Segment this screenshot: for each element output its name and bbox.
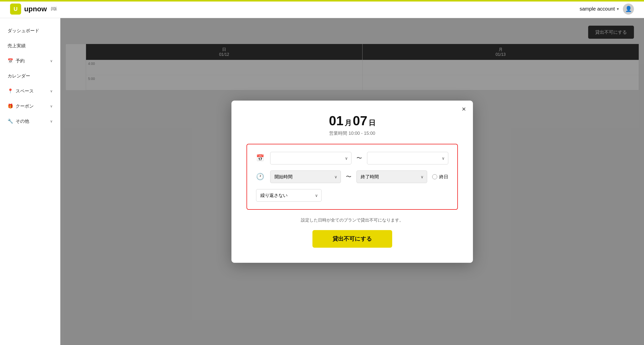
end-time-wrapper[interactable]: 終了時間: [356, 170, 427, 183]
date-to-wrapper[interactable]: [367, 152, 448, 164]
sidebar-label-other: その他: [16, 118, 29, 124]
sidebar-item-space[interactable]: 📍 スペース ∨: [0, 83, 60, 99]
sidebar-item-sales[interactable]: 売上実績: [0, 38, 60, 53]
modal-month-number: 01: [329, 113, 343, 128]
sidebar-label-space: スペース: [16, 88, 34, 94]
user-avatar-icon: 👤: [625, 6, 632, 12]
end-time-select[interactable]: 終了時間: [356, 170, 427, 183]
sidebar: ダッシュボード 売上実績 📅 予約 ∨ カレンダー 📍 スペース ∨ 🎁 クーポ…: [0, 18, 60, 345]
sidebar-item-other[interactable]: 🔧 その他 ∨: [0, 114, 60, 129]
sidebar-label-dashboard: ダッシュボード: [8, 28, 39, 34]
all-day-radio-group[interactable]: 終日: [432, 174, 448, 180]
sidebar-label-calendar: カレンダー: [8, 73, 30, 79]
topbar-logo-area: U upnow β版: [10, 4, 57, 15]
repeat-row: 繰り返さない: [256, 189, 448, 202]
clock-form-icon: 🕐: [256, 173, 265, 181]
start-time-wrapper[interactable]: 開始時間: [270, 170, 341, 183]
sidebar-label-sales: 売上実績: [8, 43, 26, 49]
modal-submit-button[interactable]: 貸出不可にする: [312, 230, 392, 248]
time-range-row: 🕐 開始時間 〜 終了時間 終日: [256, 170, 448, 183]
logo-text: upnow: [24, 5, 47, 13]
account-chevron-icon: ▾: [617, 7, 619, 11]
sidebar-item-dashboard[interactable]: ダッシュボード: [0, 23, 60, 38]
all-day-label: 終日: [439, 174, 448, 180]
sidebar-item-coupon[interactable]: 🎁 クーポン ∨: [0, 99, 60, 114]
coupon-icon: 🎁: [8, 103, 13, 109]
modal-day-number: 07: [353, 113, 367, 128]
space-chevron-icon: ∨: [50, 89, 53, 93]
account-menu[interactable]: sample account ▾: [580, 6, 619, 12]
account-name: sample account: [580, 6, 615, 12]
repeat-select[interactable]: 繰り返さない: [256, 189, 321, 202]
modal-notice-text: 設定した日時が全てのプランで貸出不可になります。: [247, 217, 458, 223]
sidebar-item-booking[interactable]: 📅 予約 ∨: [0, 53, 60, 68]
sidebar-label-coupon: クーポン: [16, 103, 34, 109]
modal-month-kanji: 月: [345, 119, 352, 127]
start-time-select[interactable]: 開始時間: [270, 170, 341, 183]
topbar-right: sample account ▾ 👤: [580, 4, 634, 15]
coupon-chevron-icon: ∨: [50, 104, 53, 108]
space-icon: 📍: [8, 88, 13, 94]
time-tilde-separator: 〜: [346, 173, 351, 181]
top-accent-bar: [0, 0, 644, 2]
logo-icon: U: [10, 4, 21, 15]
date-tilde-separator: 〜: [356, 154, 362, 162]
modal-day-kanji: 日: [369, 119, 376, 127]
modal-date-heading: 01 月 07 日: [247, 113, 458, 128]
sidebar-item-calendar[interactable]: カレンダー: [0, 68, 60, 83]
calendar-form-icon: 📅: [256, 154, 265, 162]
date-to-select[interactable]: [367, 152, 448, 164]
repeat-wrapper[interactable]: 繰り返さない: [256, 189, 321, 202]
date-range-row: 📅 〜: [256, 152, 448, 164]
topbar: U upnow β版 sample account ▾ 👤: [0, 0, 644, 18]
beta-badge: β版: [51, 6, 57, 12]
other-chevron-icon: ∨: [50, 119, 53, 123]
modal-business-hours: 営業時間 10:00 - 15:00: [247, 130, 458, 136]
modal-form-box: 📅 〜 🕐 開始時間: [247, 144, 458, 210]
modal-overlay: × 01 月 07 日 営業時間 10:00 - 15:00 📅 〜: [60, 18, 644, 345]
user-avatar: 👤: [623, 4, 634, 15]
modal-close-button[interactable]: ×: [462, 106, 466, 113]
booking-icon: 📅: [8, 58, 13, 64]
all-day-radio[interactable]: [432, 174, 437, 179]
date-from-wrapper[interactable]: [270, 152, 351, 164]
modal-dialog: × 01 月 07 日 営業時間 10:00 - 15:00 📅 〜: [231, 101, 473, 263]
sidebar-label-booking: 予約: [16, 58, 25, 64]
booking-chevron-icon: ∨: [50, 59, 53, 63]
date-from-select[interactable]: [270, 152, 351, 164]
other-icon: 🔧: [8, 118, 13, 124]
